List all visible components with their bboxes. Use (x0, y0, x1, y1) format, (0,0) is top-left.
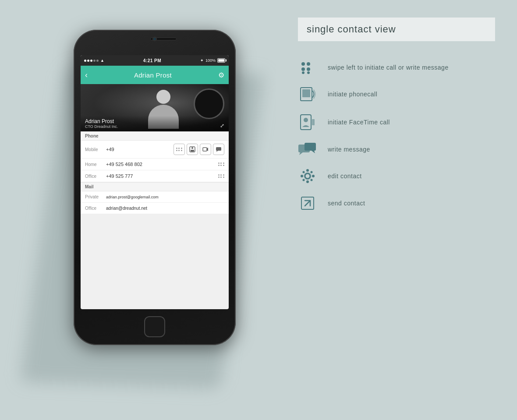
dial-button[interactable] (174, 144, 185, 155)
battery-icon (217, 58, 225, 63)
feature-phonecall: initiate phonecall (298, 81, 495, 108)
battery-percent: 100% (205, 58, 216, 63)
svg-rect-3 (203, 148, 207, 151)
status-bar: ▲ 4:21 PM ✦ 100% (81, 55, 229, 66)
share-icon-box (298, 196, 317, 210)
panel-title: single contact view (307, 24, 396, 35)
home-row: Home +49 525 468 802 (81, 159, 229, 170)
contact-job-title: CTO Dreadnut Inc. (85, 124, 118, 129)
home-actions (218, 162, 224, 166)
feature-edit: edit contact (298, 162, 495, 190)
feature-list: swipe left to initiate call or write mes… (298, 54, 495, 216)
feature-message: write message (298, 137, 495, 162)
svg-point-12 (307, 71, 310, 74)
status-time: 4:21 PM (143, 58, 161, 63)
mobile-value[interactable]: +49 (106, 147, 171, 152)
svg-point-24 (306, 180, 309, 183)
send-text: send contact (328, 200, 365, 207)
call-button[interactable] (187, 144, 198, 155)
phone-camera (152, 37, 157, 41)
svg-point-29 (311, 171, 313, 173)
feature-swipe: swipe left to initiate call or write mes… (298, 54, 495, 81)
private-email[interactable]: adrian.prost@googlemail.com (106, 195, 224, 199)
svg-rect-20 (305, 143, 316, 151)
office-email-label: Office (85, 206, 103, 211)
phone-device: ▲ 4:21 PM ✦ 100% ‹ Adrian Prost ⚙ (74, 30, 236, 345)
svg-rect-14 (302, 89, 310, 97)
video-button[interactable] (200, 144, 211, 155)
svg-rect-5 (216, 147, 221, 151)
feature-facetime: initiate FaceTime call (298, 108, 495, 137)
facetime-icon (300, 114, 315, 131)
message-icon (298, 143, 317, 156)
mail-section-header: Mail (81, 182, 229, 191)
office-actions (218, 174, 224, 178)
home-value[interactable]: +49 525 468 802 (106, 162, 216, 167)
mic-decoration (194, 88, 224, 119)
svg-point-1 (191, 147, 193, 149)
svg-point-30 (303, 179, 305, 181)
office-email[interactable]: adrian@dreadnut.net (106, 206, 224, 211)
home-dots[interactable] (218, 162, 224, 166)
back-button[interactable]: ‹ (85, 71, 88, 80)
swipe-icon-box (298, 60, 317, 74)
svg-point-10 (307, 67, 310, 71)
settings-icon[interactable]: ⚙ (218, 71, 224, 79)
status-right: ✦ 100% (200, 58, 225, 63)
private-label: Private (85, 194, 103, 199)
private-email-row: Private adrian.prost@googlemail.com (81, 191, 229, 203)
office-row: Office +49 525 777 (81, 170, 229, 182)
office-dots[interactable] (218, 174, 224, 178)
swipe-text: swipe left to initiate call or write mes… (328, 64, 449, 71)
swipe-dots-icon (300, 60, 315, 74)
svg-point-22 (305, 173, 310, 179)
mobile-row: Mobile +49 (81, 141, 229, 159)
nav-bar: ‹ Adrian Prost ⚙ (81, 66, 229, 84)
svg-point-28 (311, 179, 313, 181)
panel-title-bar: single contact view (298, 18, 495, 41)
svg-point-16 (304, 118, 308, 122)
contact-overlay: Adrian Prost CTO Dreadnut Inc. ⤢ (81, 116, 229, 131)
gear-icon (300, 168, 315, 184)
wifi-icon: ▲ (100, 58, 104, 63)
edit-text: edit contact (328, 173, 362, 180)
home-label: Home (85, 162, 103, 167)
office-label: Office (85, 174, 103, 179)
contact-name: Adrian Prost (85, 118, 118, 124)
share-icon (301, 196, 315, 210)
facetime-icon-box (298, 114, 317, 131)
svg-rect-17 (312, 119, 315, 125)
phone-signal-icon-box (298, 87, 317, 102)
svg-point-11 (302, 71, 305, 74)
facetime-text: initiate FaceTime call (328, 119, 390, 126)
svg-point-27 (303, 171, 305, 173)
svg-point-25 (301, 175, 303, 177)
message-text: write message (328, 146, 370, 153)
office-value[interactable]: +49 525 777 (106, 173, 216, 179)
message-icon-box (298, 143, 317, 156)
contact-details: Phone Mobile +49 (81, 131, 229, 214)
feature-send: send contact (298, 190, 495, 216)
phone-screen: ▲ 4:21 PM ✦ 100% ‹ Adrian Prost ⚙ (81, 55, 229, 309)
phone-signal-icon (299, 87, 316, 102)
contact-header: Adrian Prost CTO Dreadnut Inc. ⤢ (81, 84, 229, 131)
message-button[interactable] (213, 144, 224, 155)
svg-point-26 (312, 175, 315, 177)
gear-icon-box (298, 168, 317, 184)
right-panel: single contact view swipe left to initia… (276, 0, 517, 420)
svg-rect-2 (191, 150, 194, 152)
svg-marker-6 (216, 151, 218, 152)
status-left: ▲ (84, 58, 104, 63)
svg-marker-19 (299, 152, 303, 155)
svg-point-9 (301, 67, 305, 71)
svg-line-33 (305, 201, 310, 206)
phonecall-text: initiate phonecall (328, 91, 377, 98)
mobile-actions (174, 144, 224, 155)
mobile-label: Mobile (85, 147, 103, 152)
svg-point-23 (306, 169, 309, 172)
expand-icon[interactable]: ⤢ (220, 123, 224, 129)
phone-section-header: Phone (81, 131, 229, 141)
bluetooth-icon: ✦ (200, 58, 204, 63)
home-button[interactable] (144, 316, 165, 337)
svg-point-8 (307, 62, 310, 66)
